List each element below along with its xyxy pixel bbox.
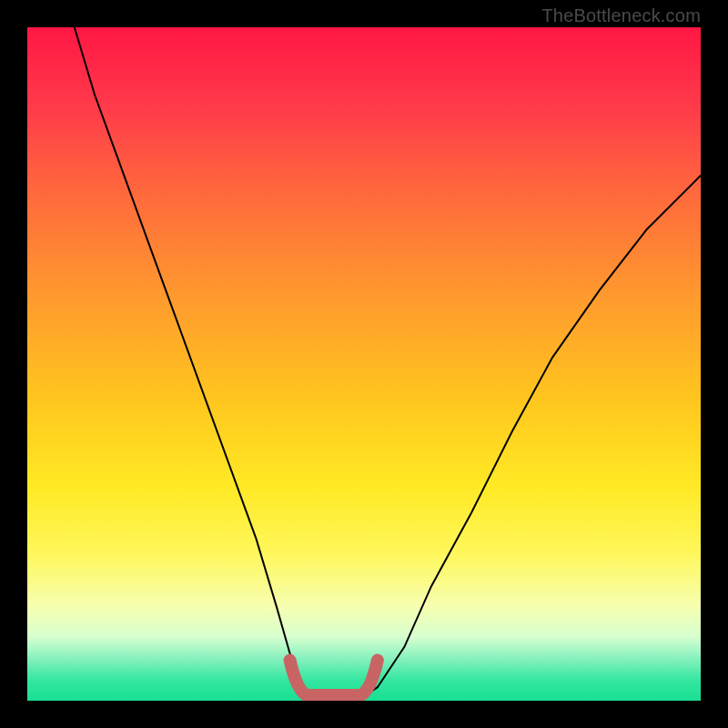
chart-frame: TheBottleneck.com	[0, 0, 728, 728]
curve-right-branch	[317, 176, 701, 701]
curve-basin-marker	[290, 661, 378, 696]
watermark-text: TheBottleneck.com	[541, 5, 701, 26]
plot-area	[27, 27, 701, 701]
curve-left-branch	[75, 27, 358, 701]
bottleneck-curve	[27, 27, 701, 701]
